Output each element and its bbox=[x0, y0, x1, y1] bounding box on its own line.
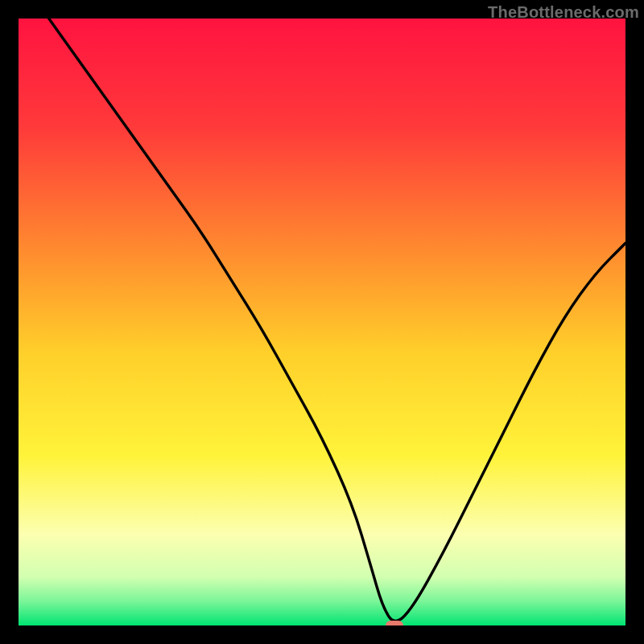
plot-area bbox=[19, 19, 625, 625]
chart-stage: TheBottleneck.com bbox=[0, 0, 644, 644]
watermark-label: TheBottleneck.com bbox=[488, 3, 639, 22]
minimum-marker bbox=[386, 621, 403, 625]
bottleneck-curve bbox=[19, 19, 625, 625]
